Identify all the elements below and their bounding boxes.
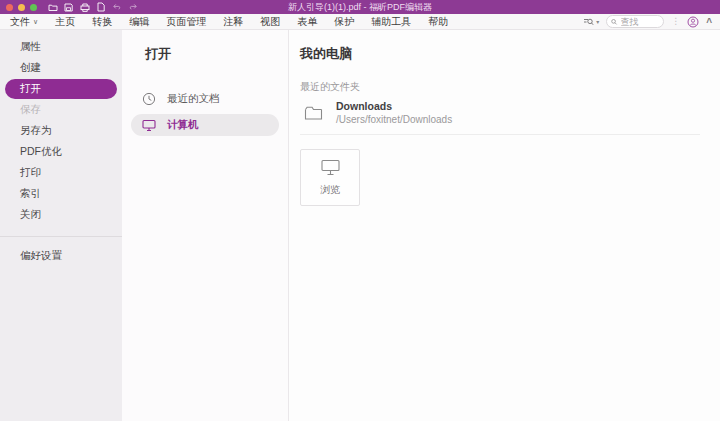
undo-icon[interactable]	[111, 2, 122, 13]
sidebar-item-save-as[interactable]: 另存为	[0, 121, 122, 141]
save-icon[interactable]	[63, 2, 74, 13]
recent-folders-label: 最近的文件夹	[300, 80, 710, 94]
backstage-content: 属性 创建 打开 保存 另存为 PDF优化 打印 索引 关闭 偏好设置 打开 最…	[0, 30, 720, 421]
menu-item-accessibility[interactable]: 辅助工具	[371, 15, 411, 29]
sidebar-item-pdf-optimize[interactable]: PDF优化	[0, 142, 122, 162]
sidebar-item-print[interactable]: 打印	[0, 163, 122, 183]
computer-icon	[142, 119, 156, 132]
folder-icon	[304, 105, 323, 121]
open-panel-title: 打开	[145, 45, 288, 63]
open-item-computer[interactable]: 计算机	[131, 114, 279, 136]
collapse-ribbon-icon[interactable]: ^	[706, 18, 712, 28]
open-item-recent-documents[interactable]: 最近的文档	[131, 88, 279, 110]
sidebar-item-create[interactable]: 创建	[0, 58, 122, 78]
menu-item-protect[interactable]: 保护	[334, 15, 354, 29]
menu-item-form[interactable]: 表单	[297, 15, 317, 29]
sidebar-item-index[interactable]: 索引	[0, 184, 122, 204]
search-input[interactable]	[621, 17, 660, 27]
quick-access-toolbar	[47, 2, 138, 13]
menu-item-home[interactable]: 主页	[55, 15, 75, 29]
menu-item-comment[interactable]: 注释	[223, 15, 243, 29]
open-panel: 打开 最近的文档 计算机	[122, 30, 289, 421]
open-location-list: 最近的文档 计算机	[122, 88, 288, 136]
account-avatar-icon[interactable]	[687, 16, 699, 28]
minimize-window-button[interactable]	[18, 4, 25, 11]
close-window-button[interactable]	[6, 4, 13, 11]
sidebar-item-open[interactable]: 打开	[5, 79, 117, 99]
monitor-icon	[321, 159, 340, 176]
menu-item-view[interactable]: 视图	[260, 15, 280, 29]
sidebar-item-close[interactable]: 关闭	[0, 205, 122, 225]
new-document-icon[interactable]	[95, 2, 106, 13]
folder-meta: Downloads /Users/foxitnet/Downloads	[336, 100, 452, 125]
menu-bar-right: ▾ ⋮ ^	[583, 15, 712, 28]
browse-button[interactable]: 浏览	[300, 149, 360, 206]
sidebar-item-preferences[interactable]: 偏好设置	[0, 246, 122, 266]
menu-item-label: 文件	[10, 15, 30, 29]
recent-folder-row[interactable]: Downloads /Users/foxitnet/Downloads	[300, 100, 710, 125]
redo-icon[interactable]	[127, 2, 138, 13]
search-box[interactable]	[606, 15, 664, 28]
menu-item-convert[interactable]: 转换	[92, 15, 112, 29]
menu-item-file[interactable]: 文件 ∨	[10, 15, 38, 29]
sidebar-divider	[0, 236, 122, 237]
menu-bar: 文件 ∨ 主页 转换 编辑 页面管理 注释 视图 表单 保护 辅助工具 帮助 ▾…	[0, 14, 720, 30]
find-replace-icon	[583, 17, 594, 27]
find-options-button[interactable]: ▾	[583, 17, 599, 27]
zoom-window-button[interactable]	[30, 4, 37, 11]
open-item-label: 最近的文档	[167, 92, 220, 106]
search-icon	[611, 18, 617, 26]
menu-items: 文件 ∨ 主页 转换 编辑 页面管理 注释 视图 表单 保护 辅助工具 帮助	[10, 15, 448, 29]
folder-path: /Users/foxitnet/Downloads	[336, 114, 452, 125]
menu-item-help[interactable]: 帮助	[428, 15, 448, 29]
chevron-down-icon: ∨	[33, 17, 38, 25]
print-icon[interactable]	[79, 2, 90, 13]
clock-icon	[142, 92, 156, 106]
browse-label: 浏览	[320, 183, 340, 197]
file-menu-sidebar: 属性 创建 打开 保存 另存为 PDF优化 打印 索引 关闭 偏好设置	[0, 30, 122, 421]
sidebar-item-save: 保存	[0, 100, 122, 120]
folder-name: Downloads	[336, 100, 452, 112]
row-divider	[300, 134, 700, 135]
my-computer-title: 我的电脑	[300, 45, 710, 63]
open-item-label: 计算机	[167, 118, 199, 132]
my-computer-panel: 我的电脑 最近的文件夹 Downloads /Users/foxitnet/Do…	[289, 30, 720, 421]
menu-item-edit[interactable]: 编辑	[129, 15, 149, 29]
sidebar-item-properties[interactable]: 属性	[0, 37, 122, 57]
menu-item-organize[interactable]: 页面管理	[166, 15, 206, 29]
overflow-dots-icon: ⋮	[671, 17, 680, 26]
title-bar: 新人引导(1)(1).pdf - 福昕PDF编辑器	[0, 0, 720, 14]
open-folder-icon[interactable]	[47, 2, 58, 13]
caret-down-icon: ▾	[596, 18, 599, 25]
traffic-lights	[6, 4, 37, 11]
